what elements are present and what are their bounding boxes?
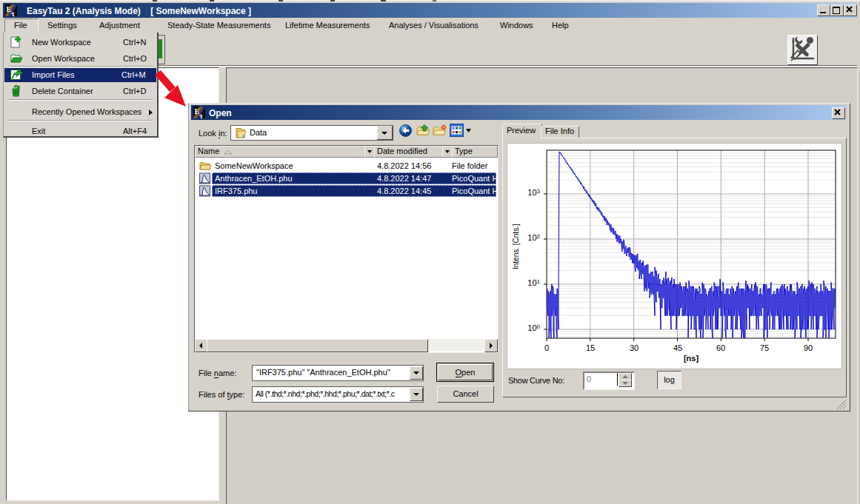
svg-text:τ: τ [199, 111, 203, 119]
svg-text:τ: τ [11, 9, 15, 17]
